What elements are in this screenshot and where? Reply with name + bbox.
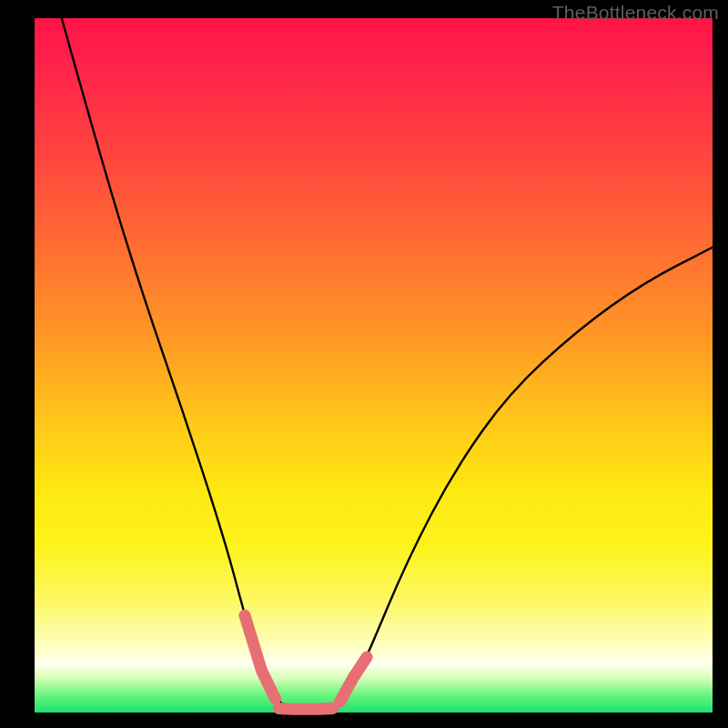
chart-frame: TheBottleneck.com <box>0 0 728 728</box>
highlight-bottom <box>278 708 333 709</box>
chart-svg <box>35 18 713 713</box>
highlight-right <box>339 657 367 703</box>
chart-plot-area <box>35 18 713 713</box>
bottleneck-curve <box>62 18 713 709</box>
watermark-text: TheBottleneck.com <box>552 2 719 24</box>
highlight-left <box>245 615 276 699</box>
